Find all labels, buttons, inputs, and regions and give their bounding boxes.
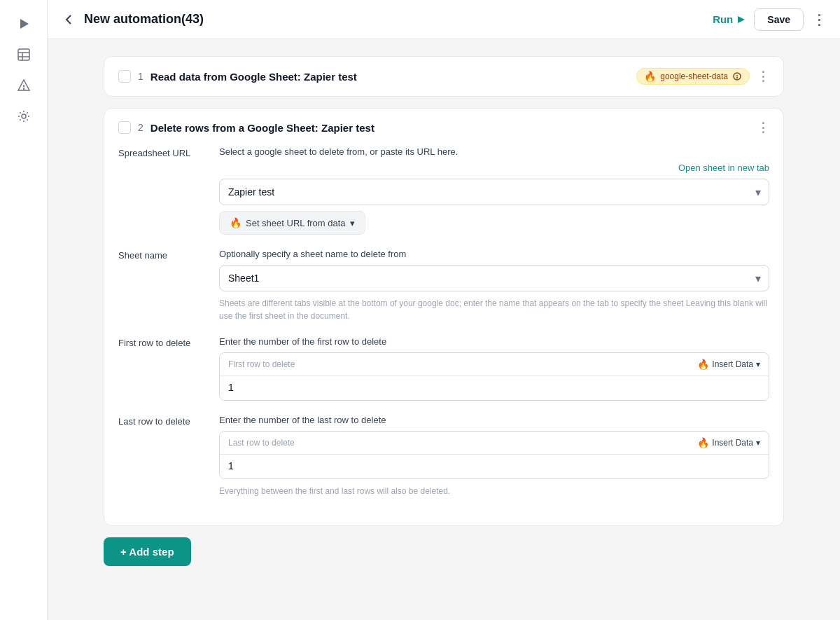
step2-card: 2 Delete rows from a Google Sheet: Zapie… bbox=[104, 108, 784, 526]
first-row-chevron-icon: ▾ bbox=[756, 359, 760, 369]
first-row-input-body[interactable]: 1 bbox=[220, 376, 769, 400]
sheet-name-description: Optionally specify a sheet name to delet… bbox=[219, 249, 769, 259]
last-row-field: Enter the number of the last row to dele… bbox=[219, 415, 769, 497]
last-row-label: Last row to delete bbox=[118, 415, 202, 497]
first-row-description: Enter the number of the first row to del… bbox=[219, 336, 769, 347]
step2-header: 2 Delete rows from a Google Sheet: Zapie… bbox=[104, 109, 783, 146]
back-button[interactable] bbox=[62, 13, 76, 27]
spreadsheet-select-wrapper: Zapier test ▾ bbox=[219, 179, 769, 205]
last-row-input-body[interactable]: 1 bbox=[220, 455, 769, 478]
set-sheet-flame-icon: 🔥 bbox=[230, 217, 241, 228]
more-options-button[interactable]: ⋮ bbox=[812, 11, 826, 28]
svg-point-7 bbox=[22, 114, 26, 118]
add-step-button[interactable]: + Add step bbox=[104, 537, 191, 566]
alert-icon[interactable] bbox=[11, 73, 36, 98]
open-sheet-link[interactable]: Open sheet in new tab bbox=[219, 163, 769, 173]
last-row-helper: Everything between the first and last ro… bbox=[219, 485, 769, 497]
svg-marker-0 bbox=[20, 19, 29, 29]
step1-badge: 🔥 google-sheet-data bbox=[636, 68, 750, 85]
sheet-name-select-wrapper: Sheet1 ▾ bbox=[219, 265, 769, 291]
svg-marker-8 bbox=[738, 16, 745, 23]
sheet-name-select[interactable]: Sheet1 bbox=[219, 265, 769, 291]
gear-icon[interactable] bbox=[11, 104, 36, 129]
main-area: New automation(43) Run Save ⋮ 1 Read dat… bbox=[48, 0, 840, 620]
table-icon[interactable] bbox=[11, 42, 36, 67]
step2-body: Spreadsheet URL Select a google sheet to… bbox=[104, 146, 783, 525]
spreadsheet-select[interactable]: Zapier test bbox=[219, 179, 769, 205]
last-row-value: 1 bbox=[228, 460, 760, 471]
first-row-input-header: First row to delete 🔥 Insert Data ▾ bbox=[220, 353, 769, 376]
step1-more-button[interactable]: ⋮ bbox=[757, 69, 769, 84]
last-row-chevron-icon: ▾ bbox=[756, 438, 760, 448]
run-button[interactable]: Run bbox=[713, 13, 746, 25]
step1-card: 1 Read data from Google Sheet: Zapier te… bbox=[104, 56, 784, 97]
set-sheet-url-button[interactable]: 🔥 Set sheet URL from data ▾ bbox=[219, 211, 365, 235]
sheet-name-helper: Sheets are different tabs visible at the… bbox=[219, 297, 769, 322]
last-row-row: Last row to delete Enter the number of t… bbox=[118, 415, 769, 497]
first-row-placeholder: First row to delete bbox=[228, 359, 295, 369]
last-row-placeholder: Last row to delete bbox=[228, 438, 295, 448]
svg-point-11 bbox=[737, 78, 738, 78]
last-row-input-header: Last row to delete 🔥 Insert Data ▾ bbox=[220, 432, 769, 455]
spreadsheet-url-description: Select a google sheet to delete from, or… bbox=[219, 146, 769, 157]
last-row-insert-data-button[interactable]: 🔥 Insert Data ▾ bbox=[697, 437, 760, 448]
spreadsheet-url-label: Spreadsheet URL bbox=[118, 146, 202, 235]
sidebar bbox=[0, 0, 48, 620]
step2-checkbox[interactable] bbox=[118, 121, 131, 134]
step1-number: 1 bbox=[138, 71, 144, 82]
first-row-row: First row to delete Enter the number of … bbox=[118, 336, 769, 401]
last-row-input-container: Last row to delete 🔥 Insert Data ▾ 1 bbox=[219, 431, 769, 479]
sheet-name-label: Sheet name bbox=[118, 249, 202, 322]
step1-checkbox[interactable] bbox=[118, 70, 131, 83]
content-area: 1 Read data from Google Sheet: Zapier te… bbox=[48, 39, 840, 620]
step1-header: 1 Read data from Google Sheet: Zapier te… bbox=[104, 57, 783, 96]
sheet-name-field: Optionally specify a sheet name to delet… bbox=[219, 249, 769, 322]
page-title: New automation(43) bbox=[84, 12, 704, 27]
sheet-name-row: Sheet name Optionally specify a sheet na… bbox=[118, 249, 769, 322]
first-row-field: Enter the number of the first row to del… bbox=[219, 336, 769, 401]
first-row-label: First row to delete bbox=[118, 336, 202, 401]
svg-rect-1 bbox=[18, 49, 29, 60]
step2-title: Delete rows from a Google Sheet: Zapier … bbox=[150, 122, 750, 134]
step2-number: 2 bbox=[138, 122, 144, 133]
last-row-description: Enter the number of the last row to dele… bbox=[219, 415, 769, 425]
spreadsheet-url-row: Spreadsheet URL Select a google sheet to… bbox=[118, 146, 769, 235]
first-row-value: 1 bbox=[228, 382, 760, 393]
svg-point-6 bbox=[23, 89, 24, 90]
spreadsheet-url-field: Select a google sheet to delete from, or… bbox=[219, 146, 769, 235]
set-sheet-chevron-icon: ▾ bbox=[350, 218, 355, 228]
step2-more-button[interactable]: ⋮ bbox=[757, 120, 769, 135]
flame-icon: 🔥 bbox=[644, 71, 656, 82]
last-row-flame-icon: 🔥 bbox=[697, 437, 709, 448]
step1-title: Read data from Google Sheet: Zapier test bbox=[150, 71, 629, 83]
first-row-input-container: First row to delete 🔥 Insert Data ▾ 1 bbox=[219, 352, 769, 401]
first-row-flame-icon: 🔥 bbox=[697, 359, 709, 370]
header: New automation(43) Run Save ⋮ bbox=[48, 0, 840, 39]
save-button[interactable]: Save bbox=[754, 8, 804, 31]
first-row-insert-data-button[interactable]: 🔥 Insert Data ▾ bbox=[697, 359, 760, 370]
play-icon[interactable] bbox=[11, 11, 36, 36]
